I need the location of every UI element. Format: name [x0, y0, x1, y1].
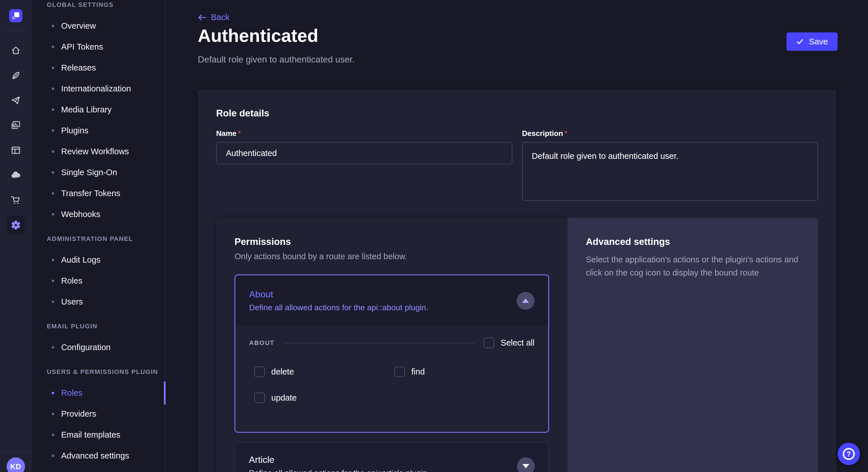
subnav-item-admin-roles[interactable]: Roles	[32, 270, 165, 291]
permissions-title: Permissions	[235, 236, 549, 247]
subnav-item-audit-logs[interactable]: Audit Logs	[32, 249, 165, 270]
name-field-group: Name*	[216, 129, 513, 202]
home-icon[interactable]	[0, 38, 31, 63]
check-icon	[796, 38, 804, 45]
cloud-icon[interactable]	[0, 163, 31, 188]
accordion-about: About Define all allowed actions for the…	[235, 274, 549, 433]
accordion-article-subtitle: Define all allowed actions for the api::…	[249, 469, 429, 472]
subnav-item-single-sign-on[interactable]: Single Sign-On	[32, 162, 165, 183]
page-title: Authenticated	[198, 25, 318, 46]
subnav-item-media-library[interactable]: Media Library	[32, 99, 165, 120]
avatar[interactable]: KD	[7, 458, 25, 472]
rail-footer: KD	[0, 452, 31, 472]
settings-subnav: GLOBAL SETTINGS Overview API Tokens Rele…	[32, 0, 166, 472]
back-label: Back	[211, 12, 229, 22]
rail-nav	[0, 38, 31, 237]
subnav-item-api-tokens[interactable]: API Tokens	[32, 36, 165, 57]
subnav-item-providers[interactable]: Providers	[32, 403, 165, 425]
advanced-settings-description: Select the application's actions or the …	[586, 253, 800, 279]
paper-plane-icon[interactable]	[0, 88, 31, 113]
chevron-down-icon	[522, 464, 529, 468]
required-asterisk: *	[565, 129, 567, 138]
role-details-form: Name* Description* Default role given to…	[216, 129, 818, 202]
main-content: Back Authenticated Default role given to…	[166, 0, 868, 472]
media-library-icon[interactable]	[0, 113, 31, 138]
delete-checkbox[interactable]	[254, 367, 265, 377]
accordion-about-title: About	[249, 289, 428, 300]
subnav-item-advanced-settings[interactable]: Advanced settings	[32, 445, 165, 466]
description-textarea[interactable]: Default role given to authenticated user…	[522, 142, 818, 201]
permissions-panel: Permissions Only actions bound by a rout…	[216, 218, 567, 472]
find-label[interactable]: find	[411, 367, 425, 376]
accordion-article-title: Article	[249, 454, 429, 465]
chevron-up-icon	[522, 299, 529, 303]
save-button[interactable]: Save	[786, 32, 838, 51]
page-subtitle: Default role given to authenticated user…	[198, 55, 354, 65]
marketplace-cart-icon[interactable]	[0, 188, 31, 212]
subnav-item-webhooks[interactable]: Webhooks	[32, 204, 165, 225]
name-label: Name	[216, 129, 237, 138]
help-button[interactable]: ?	[838, 443, 860, 465]
subnav-item-releases[interactable]: Releases	[32, 57, 165, 78]
subnav-item-email-templates[interactable]: Email templates	[32, 425, 165, 445]
subnav-item-overview[interactable]: Overview	[32, 15, 165, 36]
subnav-item-users[interactable]: Users	[32, 291, 165, 312]
question-mark-icon: ?	[843, 448, 855, 460]
name-input[interactable]	[216, 142, 513, 164]
select-all-label[interactable]: Select all	[501, 338, 534, 347]
action-find: find	[394, 367, 534, 377]
subnav-item-transfer-tokens[interactable]: Transfer Tokens	[32, 183, 165, 204]
strapi-logo-icon[interactable]	[9, 9, 22, 22]
subnav-item-configuration[interactable]: Configuration	[32, 337, 165, 358]
permissions-subtitle: Only actions bound by a route are listed…	[235, 252, 549, 261]
accordion-about-body: ABOUT Select all delete	[236, 326, 548, 432]
update-label[interactable]: update	[271, 393, 297, 403]
find-checkbox[interactable]	[394, 367, 405, 377]
permissions-section: Permissions Only actions bound by a rout…	[216, 218, 818, 472]
subnav-section-email-plugin: EMAIL PLUGIN	[32, 322, 165, 331]
required-asterisk: *	[238, 129, 241, 138]
action-delete: delete	[254, 367, 394, 377]
main-nav-rail: KD	[0, 0, 32, 472]
advanced-settings-panel: Advanced settings Select the application…	[567, 218, 818, 472]
description-label: Description	[522, 129, 563, 138]
description-field-group: Description* Default role given to authe…	[522, 129, 818, 202]
rail-divider	[5, 30, 27, 31]
subnav-item-up-roles[interactable]: Roles	[32, 382, 165, 403]
update-checkbox[interactable]	[254, 393, 265, 403]
back-link[interactable]: Back	[198, 12, 229, 22]
advanced-settings-title: Advanced settings	[586, 236, 800, 247]
layout-icon[interactable]	[0, 138, 31, 163]
settings-gear-icon[interactable]	[0, 212, 31, 237]
about-group-label: ABOUT	[249, 339, 274, 347]
select-all-checkbox[interactable]	[484, 338, 494, 348]
expand-button[interactable]	[517, 458, 535, 472]
subnav-section-users-permissions-plugin: USERS & PERMISSIONS PLUGIN	[32, 368, 165, 376]
strapi-logo-glyph	[12, 12, 19, 19]
back-arrow-icon	[198, 14, 206, 21]
role-details-title: Role details	[216, 108, 818, 119]
accordion-about-header[interactable]: About Define all allowed actions for the…	[236, 275, 548, 326]
about-group-row: ABOUT Select all	[249, 338, 534, 348]
group-divider	[283, 343, 475, 343]
subnav-section-administration-panel: ADMINISTRATION PANEL	[32, 235, 165, 243]
collapse-button[interactable]	[517, 292, 534, 310]
subnav-item-plugins[interactable]: Plugins	[32, 120, 165, 141]
feather-icon[interactable]	[0, 63, 31, 88]
subnav-section-global-settings: GLOBAL SETTINGS	[32, 1, 165, 9]
action-update: update	[254, 393, 394, 403]
accordion-about-subtitle: Define all allowed actions for the api::…	[249, 303, 428, 312]
delete-label[interactable]: delete	[271, 367, 294, 376]
actions-grid: delete find update	[249, 367, 534, 403]
role-edit-card: Role details Name* Description* Default …	[198, 90, 836, 472]
subnav-item-internationalization[interactable]: Internationalization	[32, 78, 165, 99]
accordion-article[interactable]: Article Define all allowed actions for t…	[235, 442, 549, 472]
subnav-item-review-workflows[interactable]: Review Workflows	[32, 141, 165, 162]
